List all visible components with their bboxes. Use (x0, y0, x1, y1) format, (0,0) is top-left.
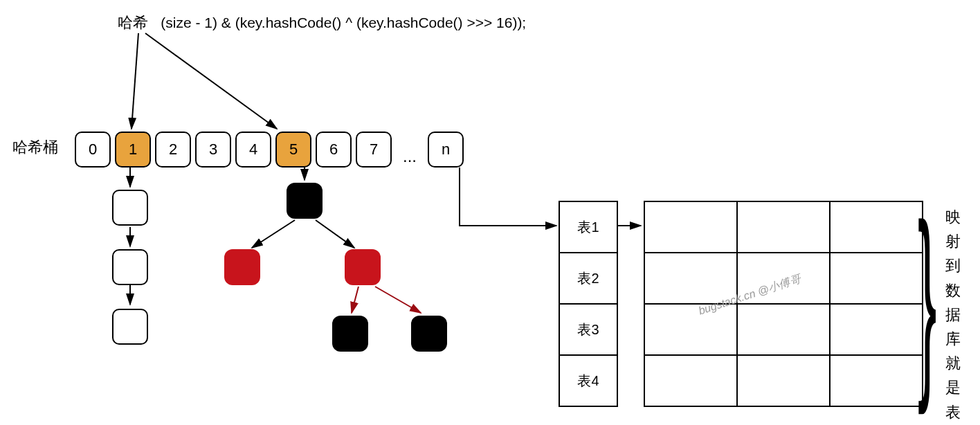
bucket-2: 2 (155, 132, 191, 168)
bucket-5: 5 (275, 132, 311, 168)
bucket-6: 6 (316, 132, 352, 168)
bucket-0: 0 (75, 132, 111, 168)
table-row: 表4 (559, 355, 617, 406)
tree-node-red-left (224, 249, 260, 285)
bucket-7: 7 (356, 132, 392, 168)
svg-line-1 (145, 33, 277, 129)
grid-cell (830, 355, 923, 406)
svg-line-6 (252, 220, 295, 248)
svg-line-9 (375, 287, 421, 313)
svg-line-7 (316, 220, 354, 248)
chain-node (112, 309, 148, 345)
grid-cell (737, 355, 830, 406)
table-row: 表2 (559, 253, 617, 304)
bucket-3: 3 (195, 132, 231, 168)
grid-cell (644, 355, 737, 406)
chain-node (112, 190, 148, 226)
curly-brace-icon: } (918, 194, 936, 404)
bucket-row-label: 哈希桶 (12, 137, 58, 158)
svg-line-0 (131, 33, 138, 129)
tree-node-red-right (345, 249, 381, 285)
svg-line-8 (352, 287, 359, 313)
grid-cell (830, 253, 923, 304)
grid-cell (830, 304, 923, 355)
grid-cell (737, 304, 830, 355)
tree-node-black-rr (411, 316, 447, 352)
hash-code-text: (size - 1) & (key.hashCode() ^ (key.hash… (161, 15, 526, 30)
chain-node (112, 249, 148, 285)
db-grid (644, 201, 923, 407)
linked-list-chain (112, 180, 148, 345)
grid-cell (737, 201, 830, 253)
bucket-4: 4 (235, 132, 271, 168)
tree-node-black-rl (332, 316, 368, 352)
grid-cell (830, 201, 923, 253)
hash-label-text: 哈希 (118, 14, 148, 31)
bucket-n: n (428, 132, 464, 168)
bucket-ellipsis: ... (396, 147, 424, 166)
db-mapping-label: 映射到数据库就是表 (945, 205, 961, 424)
table-row: 表1 (559, 201, 617, 253)
table-list: 表1 表2 表3 表4 (559, 201, 618, 407)
hash-title: 哈希 (size - 1) & (key.hashCode() ^ (key.h… (118, 12, 526, 33)
bucket-row: 0 1 2 3 4 5 6 7 ... n (75, 132, 464, 168)
grid-cell (644, 201, 737, 253)
table-row: 表3 (559, 304, 617, 355)
tree-node-black-root (287, 183, 323, 219)
bucket-1: 1 (115, 132, 151, 168)
